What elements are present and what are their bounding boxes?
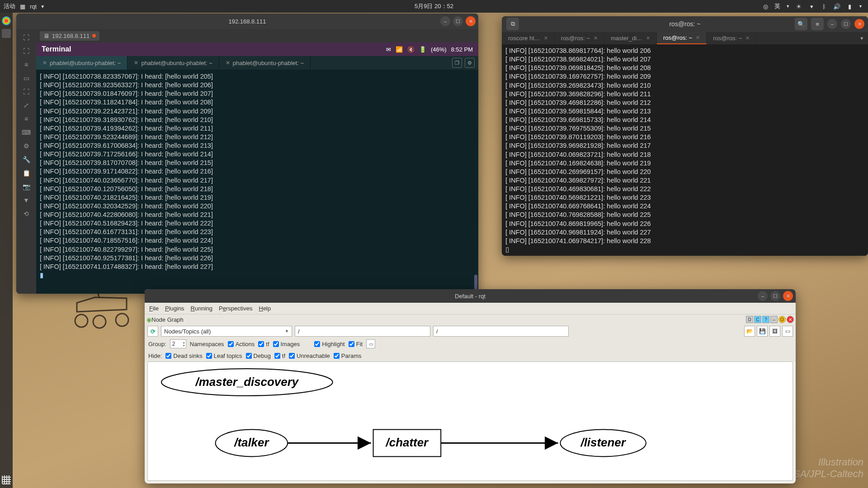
tab-close-icon[interactable]: ✕ [594,35,598,41]
terminal-tab[interactable]: master_di…✕ [604,32,657,44]
dock-app[interactable] [2,29,11,38]
tab-close-icon[interactable]: ✕ [745,35,750,41]
current-app-label[interactable]: rqt [30,3,37,10]
hamburger-menu-button[interactable]: ≡ [811,18,824,30]
tab-overflow-chevron-icon[interactable]: ▾ [860,35,863,42]
menu-running[interactable]: Running [191,305,212,312]
params-checkbox[interactable]: Params [334,352,362,359]
highlight-checkbox[interactable]: Highlight [314,341,345,347]
fit-view-button[interactable]: ▭ [366,339,375,348]
menu-perspectives[interactable]: Perspectives [219,305,252,312]
tab-close-icon[interactable]: ✕ [134,60,138,66]
battery-icon[interactable]: 🔋 [419,46,426,53]
dock-app[interactable] [2,16,11,25]
sidebar-tool-icon[interactable]: ≡ [20,59,32,70]
menu-plugins[interactable]: Plugins [165,305,184,312]
menu-file[interactable]: File [149,305,159,312]
volume-icon[interactable]: 🔊 [833,3,840,10]
minimize-button[interactable]: – [440,16,450,26]
search-button[interactable]: 🔍 [795,18,807,30]
toolbar-save-icon[interactable]: 💾 [757,326,768,337]
refresh-button[interactable]: ⟳ [147,326,158,337]
copy-button[interactable]: ❐ [452,58,462,68]
sidebar-tool-icon[interactable]: ▭ [20,72,32,84]
sidebar-tool-icon[interactable]: ⛶ [20,32,32,43]
activities-button[interactable]: 活动 [4,2,15,10]
minimize-button[interactable]: – [827,19,837,29]
scrollbar-thumb[interactable] [474,275,477,290]
plugin-toolbar-icon[interactable]: O [778,316,786,323]
minimize-button[interactable]: – [758,291,768,301]
sidebar-tool-icon[interactable]: ⛶ [20,86,32,98]
connection-tab[interactable]: 🖥 192.168.8.111 [40,31,99,41]
terminal-tab[interactable]: ros@ros: ~✕ [555,32,604,44]
graph-canvas[interactable]: /master_discovery /talker /chatter /list… [147,361,793,481]
terminal-tab[interactable]: roscore ht…✕ [502,32,555,44]
sidebar-tool-icon[interactable]: ⛶ [20,45,32,57]
unreachable-checkbox[interactable]: Unreachable [289,352,330,359]
volume-mute-icon[interactable]: 🔇 [407,46,415,53]
plugin-toolbar-icon[interactable]: D [746,316,753,323]
close-button[interactable]: ✕ [783,291,793,301]
sidebar-tool-icon[interactable]: ⚙ [20,140,32,152]
plugin-toolbar-icon[interactable]: C [754,316,761,323]
bluetooth-icon[interactable]: ᛒ [821,3,828,10]
fit-checkbox[interactable]: Fit [349,341,363,347]
debug-checkbox[interactable]: Debug [246,352,271,359]
menu-help[interactable]: Help [259,305,271,312]
mail-icon[interactable]: ✉ [386,46,391,53]
sidebar-tool-icon[interactable]: ≡ [20,113,32,125]
app-menu-chevron-icon[interactable]: ▼ [40,4,45,9]
toolbar-open-icon[interactable]: 📂 [744,326,755,337]
battery-icon[interactable]: ▮ [846,3,853,10]
settings-button[interactable]: ⚙ [465,58,475,68]
terminal-tab[interactable]: ✕phablet@ubuntu-phablet: ~ [36,56,127,70]
new-tab-button[interactable]: ⧉ [506,18,519,30]
tab-close-icon[interactable]: ✕ [42,60,47,66]
sidebar-tool-icon[interactable]: 📷 [20,181,32,192]
tf-checkbox[interactable]: tf [258,341,269,347]
maximize-button[interactable]: ☐ [453,16,463,26]
tab-close-icon[interactable]: ✕ [226,60,230,66]
terminal-tab[interactable]: ✕phablet@ubuntu-phablet: ~ [127,56,219,70]
close-button[interactable]: ✕ [466,16,476,26]
tf-hide-checkbox[interactable]: tf [274,352,285,359]
sidebar-tool-icon[interactable]: ⤢ [20,99,32,111]
wifi-icon[interactable]: ▾ [808,3,815,10]
view-mode-combo[interactable]: Nodes/Topics (all)▼ [161,326,292,337]
clock-label[interactable]: 5月9日 20：52 [415,2,453,10]
plugin-toolbar-icon[interactable]: ? [762,316,769,323]
sidebar-tool-icon[interactable]: ⟲ [20,208,32,220]
plugin-close-icon[interactable]: ✕ [787,316,794,323]
topic-filter-input[interactable]: / [433,326,569,337]
brightness-icon[interactable]: ☀ [795,3,802,10]
actions-checkbox[interactable]: Actions [228,341,255,347]
toolbar-image-icon[interactable]: 🖼 [769,326,780,337]
wifi-icon[interactable]: 📶 [396,46,403,53]
window-titlebar[interactable]: 192.168.8.111 – ☐ ✕ [16,14,478,29]
terminal-output[interactable]: [ INFO] [1652100738.823357067]: I heard:… [36,70,478,294]
tab-close-icon[interactable]: ✕ [696,35,700,41]
system-menu-chevron-icon[interactable]: ▼ [859,4,863,9]
toolbar-export-icon[interactable]: ▭ [782,326,793,337]
dead-sinks-checkbox[interactable]: Dead sinks [165,352,202,359]
input-language-label[interactable]: 英 [774,2,780,10]
window-titlebar[interactable]: ⧉ ros@ros: ~ 🔍 ≡ – ☐ ✕ [502,16,868,32]
notification-icon[interactable]: ◎ [762,3,769,10]
close-button[interactable]: ✕ [854,19,864,29]
maximize-button[interactable]: ☐ [841,19,851,29]
leaf-topics-checkbox[interactable]: Leaf topics [206,352,242,359]
terminal-output[interactable]: [ INFO] [1652100738.869817764]: hello wo… [502,45,868,256]
window-titlebar[interactable]: Default - rqt – ☐ ✕ [145,289,796,303]
tab-close-icon[interactable] [92,34,96,38]
sidebar-tool-icon[interactable]: ▼ [20,194,32,206]
terminal-tab[interactable]: ✕phablet@ubuntu-phablet: ~ [219,56,311,70]
tab-close-icon[interactable]: ✕ [646,35,650,41]
maximize-button[interactable]: ☐ [770,291,780,301]
group-depth-spinner[interactable]: 2 [170,339,186,348]
show-applications-icon[interactable] [2,475,11,484]
terminal-tab[interactable]: ros@ros: ~✕ [657,32,707,44]
tab-close-icon[interactable]: ✕ [544,35,548,41]
plugin-toolbar-icon[interactable]: – [770,316,778,323]
sidebar-tool-icon[interactable]: ⌨ [20,127,32,138]
